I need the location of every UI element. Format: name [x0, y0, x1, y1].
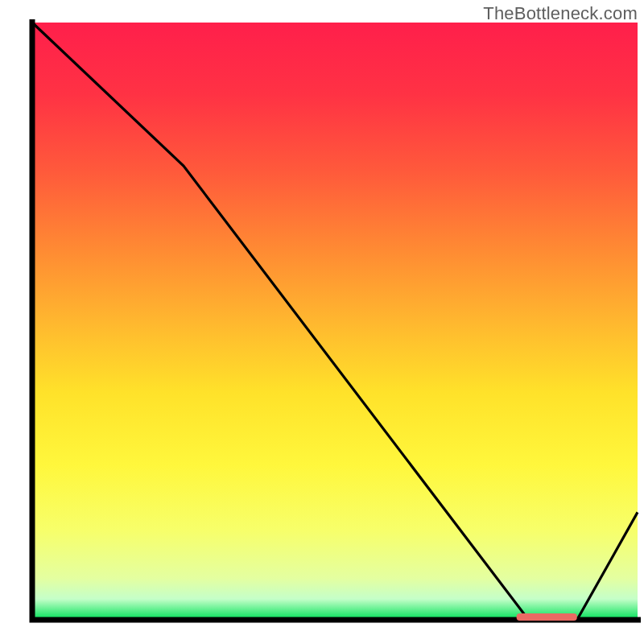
flat-minimum-marker	[517, 613, 577, 621]
chart-container: TheBottleneck.com	[0, 0, 644, 644]
watermark-text: TheBottleneck.com	[483, 3, 638, 24]
plot-background	[32, 23, 638, 620]
bottleneck-line-chart	[0, 0, 644, 644]
